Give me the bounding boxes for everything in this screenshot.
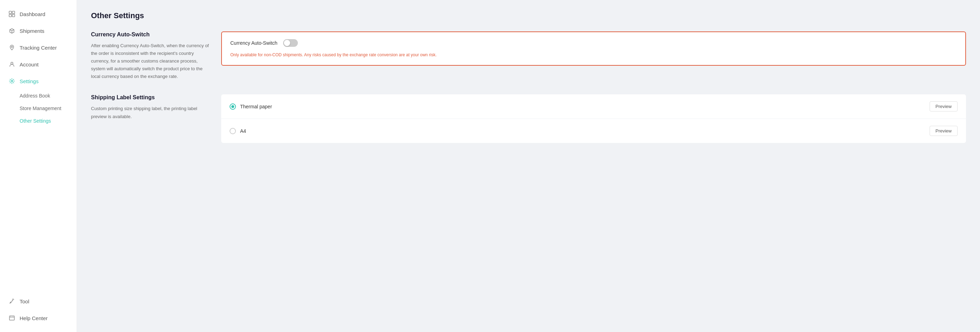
sidebar-sub-item-other-settings[interactable]: Other Settings: [0, 115, 76, 127]
toggle-thumb: [284, 40, 290, 46]
sidebar-item-tracking-label: Tracking Center: [20, 45, 57, 51]
currency-toggle[interactable]: [283, 39, 298, 47]
sidebar-item-tool-label: Tool: [20, 299, 29, 304]
sidebar-item-account[interactable]: Account: [0, 56, 76, 73]
shipping-label-heading: Shipping Label Settings: [91, 94, 210, 101]
currency-warning: Only available for non-COD shipments. An…: [230, 52, 957, 58]
a4-radio[interactable]: [230, 128, 236, 134]
other-settings-label: Other Settings: [20, 118, 51, 124]
a4-label: A4: [240, 128, 930, 134]
sidebar-item-help-label: Help Center: [20, 315, 48, 321]
sidebar-item-tracking[interactable]: Tracking Center: [0, 39, 76, 56]
person-icon: [8, 61, 15, 68]
svg-rect-1: [12, 11, 15, 14]
sidebar-item-shipments-label: Shipments: [20, 28, 45, 34]
address-book-label: Address Book: [20, 93, 50, 98]
shipping-label-card: Thermal paper Preview A4 Preview: [221, 94, 966, 143]
shipping-label-section-left: Shipping Label Settings Custom printing …: [91, 94, 210, 143]
page-title: Other Settings: [91, 11, 966, 20]
sidebar-item-dashboard-label: Dashboard: [20, 11, 45, 17]
store-management-label: Store Management: [20, 106, 61, 111]
svg-point-5: [11, 46, 13, 47]
package-icon: [8, 27, 15, 34]
currency-card: Currency Auto-Switch Only available for …: [221, 32, 966, 66]
currency-card-header: Currency Auto-Switch: [230, 39, 957, 47]
a4-row: A4 Preview: [221, 119, 966, 143]
currency-section-left: Currency Auto-Switch After enabling Curr…: [91, 32, 210, 81]
thermal-radio[interactable]: [230, 103, 236, 110]
shipping-label-desc: Custom printing size shipping label, the…: [91, 105, 210, 120]
thermal-preview-button[interactable]: Preview: [930, 101, 958, 111]
sidebar-item-tool[interactable]: Tool: [0, 293, 76, 310]
sidebar-item-settings[interactable]: Settings: [0, 73, 76, 90]
thermal-paper-row: Thermal paper Preview: [221, 94, 966, 119]
sidebar: Dashboard Shipments Tracking Center: [0, 0, 77, 332]
svg-point-7: [11, 81, 13, 82]
currency-section: Currency Auto-Switch After enabling Curr…: [91, 32, 966, 81]
tool-icon: [8, 298, 15, 305]
svg-rect-10: [10, 316, 14, 320]
svg-rect-0: [9, 11, 11, 14]
shipping-label-section-right: Thermal paper Preview A4 Preview: [221, 94, 966, 143]
gear-icon: [8, 77, 15, 85]
thermal-label: Thermal paper: [240, 104, 930, 109]
currency-section-heading: Currency Auto-Switch: [91, 32, 210, 38]
sidebar-item-shipments[interactable]: Shipments: [0, 22, 76, 39]
a4-preview-button[interactable]: Preview: [930, 126, 958, 136]
svg-rect-3: [12, 14, 15, 17]
svg-rect-2: [9, 14, 11, 17]
sidebar-sub-item-address-book[interactable]: Address Book: [0, 90, 76, 102]
currency-section-desc: After enabling Currency Auto-Switch, whe…: [91, 42, 210, 81]
sidebar-sub-item-store-management[interactable]: Store Management: [0, 102, 76, 115]
currency-section-right: Currency Auto-Switch Only available for …: [221, 32, 966, 81]
help-icon: [8, 315, 15, 321]
sidebar-item-settings-label: Settings: [20, 78, 38, 84]
sidebar-item-help[interactable]: Help Center: [0, 310, 76, 326]
currency-card-label: Currency Auto-Switch: [230, 40, 278, 46]
grid-icon: [8, 11, 15, 17]
sidebar-item-account-label: Account: [20, 62, 38, 68]
sidebar-item-dashboard[interactable]: Dashboard: [0, 6, 76, 22]
shipping-label-section: Shipping Label Settings Custom printing …: [91, 94, 966, 143]
svg-point-6: [11, 62, 13, 64]
main-content: Other Settings Currency Auto-Switch Afte…: [77, 0, 980, 332]
location-icon: [8, 44, 15, 51]
